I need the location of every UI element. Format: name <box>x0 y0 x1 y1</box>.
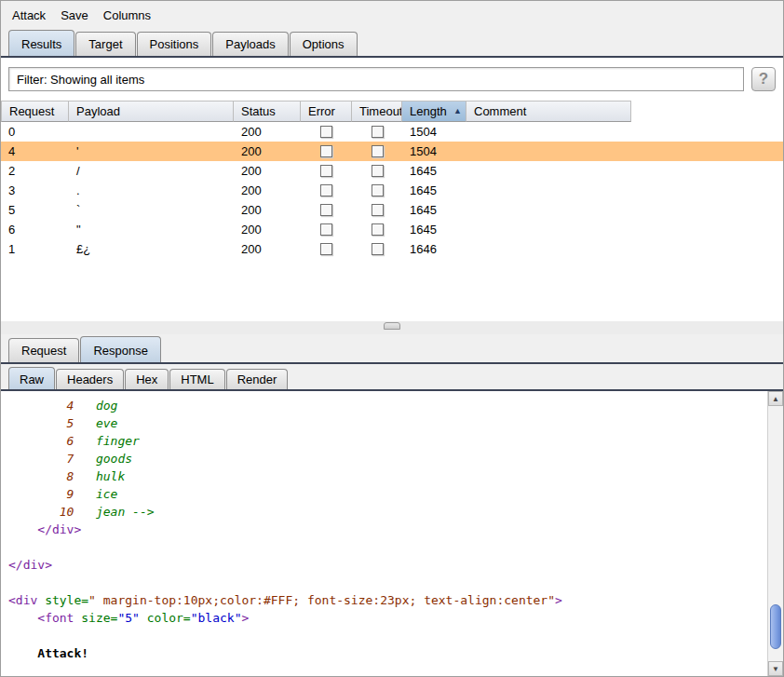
cell-timeout <box>352 181 402 200</box>
timeout-checkbox[interactable] <box>372 145 384 157</box>
cell-payload: ' <box>69 142 234 161</box>
tab-positions[interactable]: Positions <box>137 32 212 56</box>
table-row[interactable]: 4'2001504 <box>1 142 783 161</box>
cell-status: 200 <box>234 161 301 181</box>
cell-error <box>301 142 352 161</box>
table-row[interactable]: 3.2001645 <box>1 181 783 200</box>
message-tab-strip: RequestResponse <box>1 334 783 364</box>
cell-error <box>301 122 352 142</box>
view-tab-strip: RawHeadersHexHTMLRender <box>1 364 783 391</box>
cell-length: 1645 <box>402 181 466 200</box>
column-header-comment[interactable]: Comment <box>466 101 631 122</box>
code-line: </div> <box>8 556 767 574</box>
burp-intruder-attack-window: Attack Save Columns ResultsTargetPositio… <box>0 0 784 677</box>
help-button[interactable]: ? <box>751 67 776 91</box>
view-tab-render[interactable]: Render <box>226 369 289 389</box>
results-table-body: 020015044'20015042/20016453.20016455`200… <box>1 122 783 259</box>
cell-comment <box>466 200 631 220</box>
column-header-timeout[interactable]: Timeout <box>352 101 402 122</box>
timeout-checkbox[interactable] <box>372 184 384 196</box>
cell-error <box>301 181 352 200</box>
cell-request: 3 <box>1 181 69 200</box>
cell-comment <box>466 220 631 239</box>
cell-length: 1504 <box>402 122 466 142</box>
error-checkbox[interactable] <box>320 165 332 177</box>
cell-timeout <box>352 239 402 259</box>
filter-input[interactable]: Filter: Showing all items <box>8 67 744 91</box>
cell-payload <box>69 122 234 142</box>
cell-length: 1645 <box>402 161 466 181</box>
view-tab-hex[interactable]: Hex <box>125 369 169 389</box>
column-header-status[interactable]: Status <box>234 101 301 122</box>
error-checkbox[interactable] <box>320 126 332 138</box>
cell-request: 5 <box>1 200 69 220</box>
table-row[interactable]: 6"2001645 <box>1 220 783 239</box>
cell-length: 1646 <box>402 239 466 259</box>
cell-length: 1504 <box>402 142 466 161</box>
cell-payload: ` <box>69 200 234 220</box>
error-checkbox[interactable] <box>320 204 332 216</box>
tab-payloads[interactable]: Payloads <box>212 32 288 56</box>
code-line <box>8 627 767 644</box>
scroll-down-button[interactable]: ▼ <box>768 661 783 676</box>
menu-attack[interactable]: Attack <box>5 5 53 26</box>
results-table-header: RequestPayloadStatusErrorTimeoutLength▲C… <box>1 101 783 122</box>
filter-panel: Filter: Showing all items ? <box>1 58 783 101</box>
main-tab-strip: ResultsTargetPositionsPayloadsOptions <box>1 29 783 58</box>
message-tab-request[interactable]: Request <box>8 338 79 362</box>
cell-timeout <box>352 161 402 181</box>
vertical-scrollbar[interactable]: ▲ ▼ <box>767 391 783 676</box>
cell-status: 200 <box>234 122 301 142</box>
column-header-error[interactable]: Error <box>301 101 352 122</box>
cell-comment <box>466 239 631 259</box>
scroll-up-button[interactable]: ▲ <box>768 391 783 406</box>
table-row[interactable]: 5`2001645 <box>1 200 783 220</box>
error-checkbox[interactable] <box>320 145 332 157</box>
timeout-checkbox[interactable] <box>372 126 384 138</box>
response-body[interactable]: 4 dog 5 eve 6 finger 7 goods 8 hulk 9 ic… <box>1 391 767 676</box>
view-tab-raw[interactable]: Raw <box>8 367 55 389</box>
error-checkbox[interactable] <box>320 223 332 236</box>
timeout-checkbox[interactable] <box>372 204 384 216</box>
cell-timeout <box>352 200 402 220</box>
question-icon: ? <box>759 70 768 88</box>
timeout-checkbox[interactable] <box>372 243 384 255</box>
cell-comment <box>466 122 631 142</box>
error-checkbox[interactable] <box>320 243 332 255</box>
code-line <box>8 538 767 556</box>
sort-asc-icon: ▲ <box>453 102 462 121</box>
up-arrow-icon: ▲ <box>772 395 779 403</box>
timeout-checkbox[interactable] <box>372 223 384 236</box>
cell-timeout <box>352 122 402 142</box>
column-header-length[interactable]: Length▲ <box>402 101 466 122</box>
code-line: 7 goods <box>8 450 767 467</box>
cell-error <box>301 239 352 259</box>
cell-comment <box>466 142 631 161</box>
tab-options[interactable]: Options <box>290 32 358 56</box>
code-line: 5 eve <box>8 414 767 432</box>
view-tab-headers[interactable]: Headers <box>56 369 124 389</box>
column-header-payload[interactable]: Payload <box>69 101 234 122</box>
cell-comment <box>466 161 631 181</box>
scrollbar-thumb[interactable] <box>770 604 781 649</box>
cell-request: 6 <box>1 220 69 239</box>
cell-status: 200 <box>234 200 301 220</box>
view-tab-html[interactable]: HTML <box>169 369 224 389</box>
column-header-request[interactable]: Request <box>1 101 69 122</box>
table-row[interactable]: 1£¿2001646 <box>1 239 783 259</box>
error-checkbox[interactable] <box>320 184 332 196</box>
code-line: 10 jean --> <box>8 503 767 521</box>
message-tab-response[interactable]: Response <box>80 336 161 362</box>
response-viewer[interactable]: 4 dog 5 eve 6 finger 7 goods 8 hulk 9 ic… <box>1 391 783 676</box>
menu-save[interactable]: Save <box>53 5 96 26</box>
table-row[interactable]: 2/2001645 <box>1 161 783 181</box>
cell-timeout <box>352 220 402 239</box>
menu-columns[interactable]: Columns <box>96 5 158 26</box>
timeout-checkbox[interactable] <box>372 165 384 177</box>
table-row[interactable]: 02001504 <box>1 122 783 142</box>
splitter[interactable] <box>1 321 783 334</box>
down-arrow-icon: ▼ <box>772 665 779 673</box>
tab-target[interactable]: Target <box>75 32 135 56</box>
tab-results[interactable]: Results <box>8 30 74 56</box>
cell-request: 4 <box>1 142 69 161</box>
